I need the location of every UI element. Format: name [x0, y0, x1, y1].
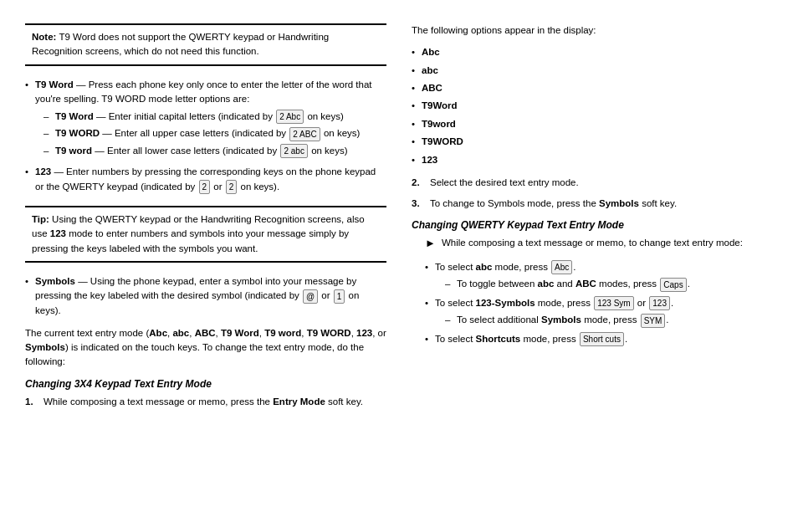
- list-item: T9 Word — Press each phone key only once…: [25, 78, 386, 159]
- section-heading-qwerty: Changing QWERTY Keypad Text Entry Mode: [412, 219, 773, 231]
- qwerty-sub-sub2: To select additional Symbols mode, press…: [445, 313, 773, 327]
- sub-sub-text: To toggle between abc and ABC modes, pre…: [457, 279, 690, 289]
- display-options-list: Abc abc ABC T9Word T9word T9WORD 123: [412, 44, 773, 167]
- list-item: To toggle between abc and ABC modes, pre…: [445, 277, 773, 291]
- key-badge-123: 123: [649, 296, 670, 310]
- sub-text: To select 123-Symbols mode, press 123 Sy…: [435, 298, 673, 308]
- key-badge-caps: Caps: [660, 278, 686, 292]
- page-content: Note: T9 Word does not support the QWERT…: [0, 0, 798, 532]
- option-abc: abc: [422, 65, 438, 75]
- sub-sub-text: To select additional Symbols mode, press…: [457, 315, 669, 325]
- sub-text-end: on keys): [324, 128, 360, 138]
- tip-box: Tip: Using the QWERTY keypad or the Hand…: [25, 206, 386, 263]
- section-heading-3x4: Changing 3X4 Keypad Text Entry Mode: [25, 378, 386, 390]
- main-bullet-list: T9 Word — Press each phone key only once…: [25, 78, 386, 195]
- note-label: Note:: [32, 32, 56, 42]
- list-item: T9word: [412, 116, 773, 131]
- numbered-list-right: 2. Select the desired text entry mode. 3…: [412, 176, 773, 212]
- list-num: 3.: [412, 197, 423, 211]
- list-item: T9 WORD — Enter all upper case letters (…: [43, 126, 386, 141]
- option-ABC: ABC: [422, 83, 442, 93]
- bold-t9word-upper: T9 WORD: [55, 128, 100, 138]
- list-text: While composing a text message or memo, …: [43, 395, 363, 409]
- list-item: 123: [412, 152, 773, 167]
- key-badge-2abc: 2 Abc: [276, 110, 304, 124]
- arrow-list: ► While composing a text message or memo…: [425, 236, 773, 252]
- list-item: To select additional Symbols mode, press…: [445, 313, 773, 327]
- key-badge-2ABC: 2 ABC: [289, 127, 320, 141]
- key-badge-sym: SYM: [641, 314, 666, 328]
- key-badge-at: @: [303, 289, 318, 304]
- list-item: Symbols — Using the phone keypad, enter …: [25, 274, 386, 318]
- list-item: 2. Select the desired text entry mode.: [412, 176, 773, 190]
- list-item: T9Word: [412, 98, 773, 113]
- option-T9WORD: T9WORD: [422, 136, 463, 146]
- arrow-icon: ►: [425, 235, 437, 252]
- list-num: 2.: [412, 176, 423, 190]
- list-item: 1. While composing a text message or mem…: [25, 395, 386, 409]
- t9word-text: — Press each phone key only once to ente…: [35, 79, 372, 104]
- right-intro: The following options appear in the disp…: [412, 23, 773, 38]
- bold-t9word-cap: T9 Word: [55, 111, 94, 121]
- key-badge-2: 2: [199, 180, 211, 194]
- list-item: T9WORD: [412, 134, 773, 149]
- sub-text: To select Shortcuts mode, press Short cu…: [435, 334, 627, 344]
- list-item: To select 123-Symbols mode, press 123 Sy…: [425, 296, 773, 328]
- left-column: Note: T9 Word does not support the QWERT…: [25, 23, 386, 515]
- list-item: ► While composing a text message or memo…: [425, 236, 773, 252]
- note-text: T9 Word does not support the QWERTY keyp…: [32, 32, 329, 56]
- arrow-text: While composing a text message or memo, …: [442, 236, 743, 252]
- list-item: T9 word — Enter all lower case letters (…: [43, 144, 386, 158]
- sub-text-end: on keys): [307, 111, 343, 121]
- note-box: Note: T9 Word does not support the QWERT…: [25, 23, 386, 66]
- key-badge-abc: Abc: [551, 260, 572, 274]
- 123-text-end: on keys).: [240, 182, 279, 192]
- list-item: To select Shortcuts mode, press Short cu…: [425, 332, 773, 346]
- qwerty-sub-sub: To toggle between abc and ABC modes, pre…: [445, 277, 773, 291]
- key-badge-2b: 2: [226, 180, 238, 194]
- qwerty-sub-list: To select abc mode, press Abc. To toggle…: [425, 260, 773, 346]
- list-item: abc: [412, 63, 773, 78]
- list-text: Select the desired text entry mode.: [430, 176, 579, 190]
- numbered-list-3x4: 1. While composing a text message or mem…: [25, 395, 386, 409]
- list-item: ABC: [412, 80, 773, 95]
- key-badge-shortcuts: Short cuts: [580, 332, 624, 346]
- body-text: The current text entry mode (Abc, abc, A…: [25, 326, 386, 370]
- bold-t9word: T9 Word: [35, 79, 74, 90]
- option-T9Word: T9Word: [422, 100, 458, 110]
- sub-text-end: on keys): [311, 146, 347, 156]
- list-item: 3. To change to Symbols mode, press the …: [412, 197, 773, 211]
- list-item: To select abc mode, press Abc. To toggle…: [425, 260, 773, 292]
- key-badge-2abc-lower: 2 abc: [280, 144, 307, 158]
- list-item: T9 Word — Enter initial capital letters …: [43, 110, 386, 124]
- bold-symbols: Symbols: [35, 276, 75, 286]
- list-text: To change to Symbols mode, press the Sym…: [430, 197, 677, 211]
- symbols-text-mid: or: [321, 290, 332, 300]
- list-item: Abc: [412, 44, 773, 59]
- t9word-sub-list: T9 Word — Enter initial capital letters …: [43, 110, 386, 158]
- list-num: 1.: [25, 395, 37, 409]
- sub-text: To select abc mode, press Abc.: [435, 262, 576, 272]
- key-badge-123sym: 123 Sym: [594, 296, 633, 310]
- symbols-list: Symbols — Using the phone keypad, enter …: [25, 274, 386, 318]
- right-column: The following options appear in the disp…: [412, 23, 773, 515]
- list-item: 123 — Enter numbers by pressing the corr…: [25, 165, 386, 194]
- 123-text-mid: or: [213, 182, 224, 192]
- tip-label: Tip:: [32, 214, 49, 224]
- bold-123: 123: [35, 166, 51, 176]
- sub-text: — Enter initial capital letters (indicat…: [96, 111, 275, 121]
- tip-bold-123: 123: [50, 228, 66, 238]
- option-T9word: T9word: [422, 119, 456, 129]
- sub-text: — Enter all upper case letters (indicate…: [102, 128, 289, 138]
- tip-text2: mode to enter numbers and symbols into y…: [32, 228, 349, 253]
- option-123: 123: [422, 155, 437, 165]
- key-badge-1: 1: [334, 289, 345, 304]
- option-Abc: Abc: [422, 47, 440, 57]
- sub-text: — Enter all lower case letters (indicate…: [95, 146, 279, 156]
- bold-t9word-lower: T9 word: [55, 146, 92, 156]
